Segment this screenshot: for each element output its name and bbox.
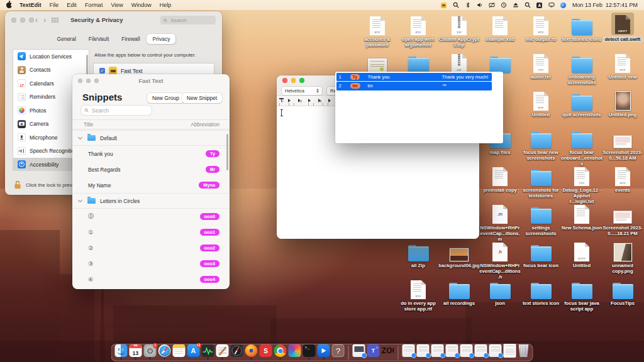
desktop-icon-screenshot-2023-0-18-21-pm[interactable]: Screenshot 2023-0.....18.21 PM xyxy=(602,201,643,236)
desktop-icon-focus-bear-onboard-eenshots[interactable]: focus bear onboard...eenshots xyxy=(561,126,602,167)
preferences-search-field[interactable] xyxy=(160,16,216,25)
column-title[interactable]: Title xyxy=(84,122,93,128)
snippet-group-default[interactable]: Default xyxy=(72,130,230,146)
new-snippet-button[interactable]: New Snippet xyxy=(182,93,222,103)
snippet-row-circled-5[interactable]: ⓪ooo0 xyxy=(72,209,230,224)
dock-activity-monitor[interactable] xyxy=(202,344,214,359)
dock-firefox[interactable] xyxy=(245,344,258,359)
desktop-icon-preinstall-copy[interactable]: preinstall copy xyxy=(479,163,521,193)
zoom-button[interactable] xyxy=(29,18,34,23)
desktop-icon-all-zip[interactable]: all Zip xyxy=(397,239,439,268)
desktop-icon-untitled-png[interactable]: Untitled.png xyxy=(602,88,643,118)
snippet-row-circled-9[interactable]: ④ooo4 xyxy=(72,272,230,287)
chevron-down-icon[interactable] xyxy=(78,135,82,140)
tab-general[interactable]: General xyxy=(52,34,82,44)
unlocked-padlock-icon[interactable] xyxy=(14,180,21,189)
desktop-icon-json[interactable]: json xyxy=(479,277,521,306)
snippet-row-circled-7[interactable]: ②ooo2 xyxy=(72,240,230,256)
search-input[interactable] xyxy=(169,17,213,24)
snippet-row-best-regards[interactable]: Best RegardsBr xyxy=(72,162,230,177)
desktop-icon-untitled[interactable]: SCPTUntitled xyxy=(561,239,602,268)
desktop-icon-zip[interactable]: ZIP xyxy=(438,50,480,73)
keyboard-input-icon[interactable]: A xyxy=(536,2,543,8)
fast-text-menu-icon[interactable] xyxy=(441,2,447,8)
minimize-button[interactable] xyxy=(291,78,296,83)
fast-text-titlebar[interactable]: Fast Text xyxy=(72,74,230,88)
desktop-icon-mic-output-fb[interactable]: RTFmic output fb xyxy=(520,13,562,42)
minimize-button[interactable] xyxy=(20,18,25,23)
siri-icon[interactable] xyxy=(560,2,567,8)
dock-minimized-window[interactable] xyxy=(431,344,444,359)
screen-mirroring-icon[interactable] xyxy=(489,2,495,8)
desktop-icon-open-app-wirh-argumemnt[interactable]: RTFopen app wirh argumemnt xyxy=(397,13,439,48)
dock-finder[interactable] xyxy=(115,344,128,359)
desktop-icon-focus-bear-icon[interactable]: focus bear icon xyxy=(520,239,562,268)
dock-app-store[interactable]: A12 xyxy=(187,344,200,359)
desktop-icon-example-xsd[interactable]: example.xsd xyxy=(479,13,521,42)
search-input[interactable] xyxy=(91,107,148,114)
display-icon[interactable] xyxy=(548,2,555,8)
dock-minimized-window[interactable] xyxy=(417,344,430,359)
dock-minimized-window[interactable] xyxy=(353,344,365,359)
dock-minimized-window[interactable] xyxy=(460,344,473,359)
fast-text-checkbox[interactable] xyxy=(99,68,105,74)
dock-calendar[interactable]: FEB13 xyxy=(130,344,142,359)
desktop-icon-text-stories-icon[interactable]: text stories icon xyxy=(520,277,562,306)
show-all-icon[interactable] xyxy=(52,18,58,25)
zoom-button[interactable] xyxy=(299,78,304,83)
tab-stop-icon[interactable] xyxy=(308,99,311,102)
dock-zoom-app[interactable]: zoom xyxy=(382,344,394,359)
volume-icon[interactable] xyxy=(477,2,483,8)
time-machine-icon[interactable] xyxy=(501,2,507,8)
desktop-icon-text-stories-icons[interactable]: text stories icons xyxy=(561,13,602,42)
dock-teams[interactable]: T xyxy=(367,344,380,359)
desktop-icon-settings-screenshsots[interactable]: settings screenshsots xyxy=(520,201,562,236)
snippet-row-my-name[interactable]: My NameMyna xyxy=(72,177,230,193)
desktop-icon-accounts-password[interactable]: RTFaccounts & password xyxy=(357,13,398,48)
menu-edit[interactable]: Edit xyxy=(67,2,77,8)
dock-minimized-document[interactable] xyxy=(504,344,516,361)
desktop-icon-do-in-every-app-store-app-rtf[interactable]: RTFdo in every app store app.rtf xyxy=(397,277,439,312)
menu-view[interactable]: View xyxy=(111,2,123,8)
desktop-icon-untitled-new[interactable]: RTFUntitled new xyxy=(602,50,643,80)
dock-red-s-app[interactable]: S xyxy=(260,344,272,359)
column-abbreviation[interactable]: Abbreviation xyxy=(191,122,219,128)
desktop-icon-screenshots-for-textstories[interactable]: screenshots for textstories xyxy=(520,163,562,199)
security-privacy-titlebar[interactable]: ‹ › Security & Privacy xyxy=(5,11,222,29)
close-button[interactable] xyxy=(282,78,287,83)
apple-menu-icon[interactable] xyxy=(6,3,12,8)
desktop-icon-focustips[interactable]: FocusTips xyxy=(602,277,643,306)
desktop-icon-nswindow-rhpreventcap-ditions-h[interactable]: .hNSWindow+RHPreventCap...ditions.h xyxy=(479,239,521,280)
menu-format[interactable]: Format xyxy=(85,2,103,8)
spotlight-icon[interactable] xyxy=(525,2,531,8)
snippet-row-circled-8[interactable]: ③ooo3 xyxy=(72,256,230,272)
desktop-icon-cisdem-appcrypt-2-zip[interactable]: ZIPCisdem AppCrypt 2.zip xyxy=(438,13,480,48)
dock-minimized-window[interactable] xyxy=(446,344,458,359)
desktop-icon-untitled[interactable]: RTFUntitled xyxy=(520,88,562,118)
desktop-icon-folder[interactable] xyxy=(479,50,521,73)
desktop-icon-focus-bear-new-screenshots[interactable]: focus bear new screenshots xyxy=(520,126,562,161)
back-button[interactable]: ‹ xyxy=(35,15,38,25)
tab-stop-icon[interactable] xyxy=(288,99,291,102)
snippets-search-field[interactable] xyxy=(81,106,152,115)
active-app-menu[interactable]: TextEdit xyxy=(19,2,42,8)
tab-firewall[interactable]: Firewall xyxy=(116,34,145,44)
dock-notes[interactable] xyxy=(173,344,186,359)
desktop-icon-audio-txt[interactable]: TXTaudio.txt xyxy=(520,50,562,80)
menu-window[interactable]: Window xyxy=(131,2,152,8)
magnifier-icon[interactable] xyxy=(453,2,459,8)
desktop-icon-cert[interactable] xyxy=(357,50,398,73)
desktop-icon-detect-call-swift[interactable]: SWIFTdetect call.swift xyxy=(602,13,643,42)
desktop-icon-onboarding-screenshots[interactable]: onboarding screenshots xyxy=(561,50,602,85)
desktop-icon-debug-logs-12-appnot-r-login-txt[interactable]: TXTDebug_Logs.12 - Appnot r...login.txt xyxy=(561,163,602,204)
desktop-icon-focus-bear-java-script-app[interactable]: focus bear java script app xyxy=(561,277,602,312)
desktop-icon-all-recordings[interactable]: all recordings xyxy=(438,277,480,306)
desktop-icon-events[interactable]: RTFevents xyxy=(602,163,643,193)
dock-chrome[interactable] xyxy=(274,344,287,359)
tab-stop-icon[interactable] xyxy=(328,99,331,102)
desktop-icon-unnamed-copy-png[interactable]: unnamed copy.png xyxy=(602,239,643,274)
snippet-group-letters-in-circles[interactable]: Letters in Circles xyxy=(72,193,230,209)
menu-bar-clock[interactable]: Mon 13 Feb 12:57:41 PM xyxy=(572,2,638,8)
new-group-button[interactable]: New Group xyxy=(147,93,184,103)
desktop-icon-background06-jpg[interactable]: background06.jpg xyxy=(438,239,480,268)
